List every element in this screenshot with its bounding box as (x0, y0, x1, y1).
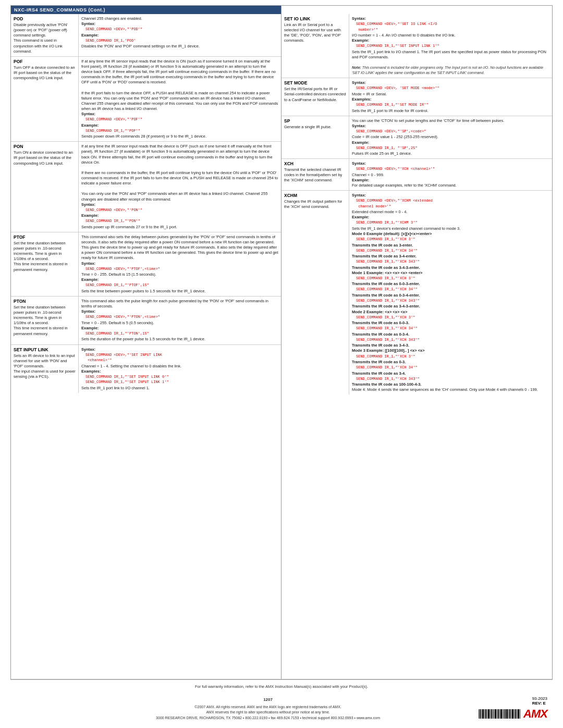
cmd-desc-set-input-link: Sets an IR device to link to an input ch… (14, 353, 76, 380)
cmd-desc-set-io-link: Link an IR or Serial port to a selected … (284, 22, 346, 44)
svg-rect-15 (499, 709, 500, 719)
svg-rect-26 (515, 709, 516, 719)
barcode-svg (479, 709, 520, 719)
svg-rect-2 (481, 709, 482, 719)
xch-body: Syntax: SEND_COMMAND <DEV>,"'XCH <channe… (352, 161, 549, 188)
ptof-example: SEND_COMMAND IR_1,"'PTOF',15" (85, 283, 278, 288)
xchm-mode3-ex2: SEND_COMMAND IR_1,"'XCH 34'" (356, 365, 549, 370)
svg-rect-12 (495, 709, 496, 719)
svg-rect-27 (517, 709, 517, 719)
cmd-name-pton: PTON (14, 299, 76, 304)
cmd-left-xchm: XCHM Changes the IR output pattern for t… (282, 191, 349, 394)
footer-left-space (16, 716, 57, 721)
cmd-left-xch: XCH Transmit the selected channel IR cod… (282, 159, 349, 190)
svg-rect-18 (504, 709, 504, 719)
pton-example: SEND_COMMAND IR_1,"'PTON',15" (85, 331, 278, 336)
svg-rect-25 (514, 709, 515, 719)
xchm-body: Syntax: SEND_COMMAND <DEV>,"'XCHM <exten… (352, 193, 549, 392)
xchm-mode2-ex3: SEND_COMMAND IR_1,"'XCH 343'" (356, 338, 549, 342)
svg-rect-6 (487, 709, 487, 719)
cmd-right-pof: If at any time the IR sensor input reads… (79, 57, 281, 142)
cmd-right-pton: This command also sets the pulse length … (79, 297, 281, 344)
svg-rect-21 (508, 709, 509, 719)
sp-syntax: SEND_COMMAND <DEV>,"'SP',<code>" (356, 129, 549, 134)
cmd-left-pof: POF Turn OFF a device connected to an IR… (11, 57, 79, 142)
svg-rect-0 (479, 709, 479, 719)
cmd-name-set-mode: SET MODE (284, 80, 346, 85)
cmd-desc-pon: Turn ON a device connected to an IR port… (14, 150, 76, 166)
cmd-right-xchm: Syntax: SEND_COMMAND <DEV>,"'XCHM <exten… (349, 191, 552, 394)
cmd-right-sp: You can use the 'CTON' to set pulse leng… (349, 116, 552, 159)
cmd-block-pton: PTON Set the time duration between power… (11, 297, 281, 345)
cmd-left-pton: PTON Set the time duration between power… (11, 297, 79, 344)
cmd-name-set-input-link: SET INPUT LINK (14, 347, 76, 352)
svg-rect-14 (498, 709, 499, 719)
svg-rect-17 (503, 709, 503, 719)
xchm-ex1: SEND_COMMAND IR_1,"'XCHM 3'" (356, 220, 549, 225)
cmd-name-xchm: XCHM (284, 193, 346, 198)
xchm-syntax2: channel mode>'" (356, 204, 549, 209)
page-number: 1207 (57, 697, 479, 703)
cmd-name-ptof: PTOF (14, 235, 76, 240)
pton-body: This command also sets the pulse length … (81, 299, 278, 342)
footer-center: 1207 ©2007 AMX. All rights reserved. AMX… (57, 697, 479, 721)
cmd-block-xchm: XCHM Changes the IR output pattern for t… (282, 191, 552, 394)
cmd-right-xch: Syntax: SEND_COMMAND <DEV>,"'XCH <channe… (349, 159, 552, 190)
ptof-body: This command also sets the delay between… (81, 235, 278, 294)
cmd-name-pof: POF (14, 59, 76, 64)
cmd-block-pod: POD Disable previously active 'PON' (pow… (11, 14, 281, 57)
cmd-right-ptof: This command also sets the delay between… (79, 232, 281, 296)
set-input-link-body: Syntax: SEND_COMMAND <DEV>,"'SET INPUT L… (81, 347, 278, 391)
pton-syntax: SEND_COMMAND <DEV>,"'PTON',<time>" (85, 315, 278, 319)
footer-right: 93-2023 REV: E (479, 696, 547, 721)
cmd-name-sp: SP (284, 118, 346, 124)
set-io-link-body: Syntax: SEND_COMMAND <DEV>,"'SET IO LINK… (352, 16, 549, 76)
amx-logo: AMX (523, 707, 547, 721)
footer-warranty: For full warranty information, refer to … (10, 680, 553, 693)
pod-example: SEND_COMMAND IR_1,'POD' (85, 39, 278, 43)
xchm-mode2-ex2: SEND_COMMAND IR_1,"'XCH 34'" (356, 326, 549, 331)
set-mode-body: Syntax: SEND_COMMAND <DEV>, 'SET MODE <m… (352, 80, 549, 113)
svg-rect-3 (482, 709, 484, 719)
ptof-syntax: SEND_COMMAND <DEV>,"'PTOF',<time>" (85, 267, 278, 272)
cmd-block-pof: POF Turn OFF a device connected to an IR… (11, 57, 281, 142)
xchm-mode3-ex3: SEND_COMMAND IR_1,"'XCH 343'" (356, 377, 549, 381)
cmd-right-pon: If at any time the IR sensor input reads… (79, 142, 281, 232)
xchm-syntax: SEND_COMMAND <DEV>,"'XCHM <extended (356, 199, 549, 203)
svg-rect-23 (511, 709, 511, 719)
cmd-desc-xch: Transmit the selected channel IR codes i… (284, 167, 346, 183)
cmd-left-sp: SP Generate a single IR pulse. (282, 116, 349, 159)
svg-rect-10 (493, 709, 493, 719)
set-mode-syntax: SEND_COMMAND <DEV>, 'SET MODE <mode>'" (356, 86, 549, 91)
svg-rect-22 (509, 709, 510, 719)
cmd-left-set-mode: SET MODE Set the IR/Serial ports for IR … (282, 78, 349, 115)
sp-body: You can use the 'CTON' to set pulse leng… (352, 118, 549, 157)
cmd-block-set-input-link: SET INPUT LINK Sets an IR device to link… (11, 345, 281, 393)
set-io-link-syntax: SEND_COMMAND <DEV>,"'SET IO LINK <I/O (356, 22, 549, 27)
svg-rect-20 (506, 709, 508, 719)
xchm-mode3-ex1: SEND_COMMAND IR_1,"'XCH 3'" (356, 354, 549, 359)
cmd-left-pod: POD Disable previously active 'PON' (pow… (11, 14, 79, 56)
xchm-mode2-ex1: SEND_COMMAND IR_1,"'XCH 3'" (356, 315, 549, 320)
cmd-name-xch: XCH (284, 161, 346, 166)
svg-rect-1 (480, 709, 481, 719)
cmd-right-pod: Channel 255 changes are enabled. Syntax:… (79, 14, 281, 56)
section-header-left: NXC-IRS4 SEND_COMMANDS (Cont.) (11, 6, 281, 14)
cmd-left-set-input-link: SET INPUT LINK Sets an IR device to link… (11, 345, 79, 393)
left-column: NXC-IRS4 SEND_COMMANDS (Cont.) POD Disab… (11, 6, 282, 679)
svg-rect-28 (518, 709, 519, 719)
cmd-desc-pof: Turn OFF a device connected to an IR por… (14, 65, 76, 81)
xch-syntax: SEND_COMMAND <DEV>,"'XCH <channel>'" (356, 167, 549, 171)
cmd-desc-pod: Disable previously active 'PON' (power o… (14, 22, 76, 54)
main-content: NXC-IRS4 SEND_COMMANDS (Cont.) POD Disab… (10, 5, 553, 680)
cmd-left-set-io-link: SET IO LINK Link an IR or Serial port to… (282, 14, 349, 78)
cmd-block-set-io-link: SET IO LINK Link an IR or Serial port to… (282, 14, 552, 78)
pon-syntax: SEND_COMMAND <DEV>,"'PON'" (85, 208, 278, 213)
cmd-desc-xchm: Changes the IR output pattern for the 'X… (284, 199, 346, 209)
page: NXC-IRS4 SEND_COMMANDS (Cont.) POD Disab… (0, 0, 563, 728)
rev-text: REV: E (532, 701, 547, 706)
xchm-mode1-ex3: SEND_COMMAND IR_1,"'XCH 343'" (356, 299, 549, 303)
cmd-name-pod: POD (14, 16, 76, 21)
doc-info: 93-2023 REV: E (532, 696, 547, 706)
set-input-link-syntax2: <channel>'" (85, 358, 278, 363)
